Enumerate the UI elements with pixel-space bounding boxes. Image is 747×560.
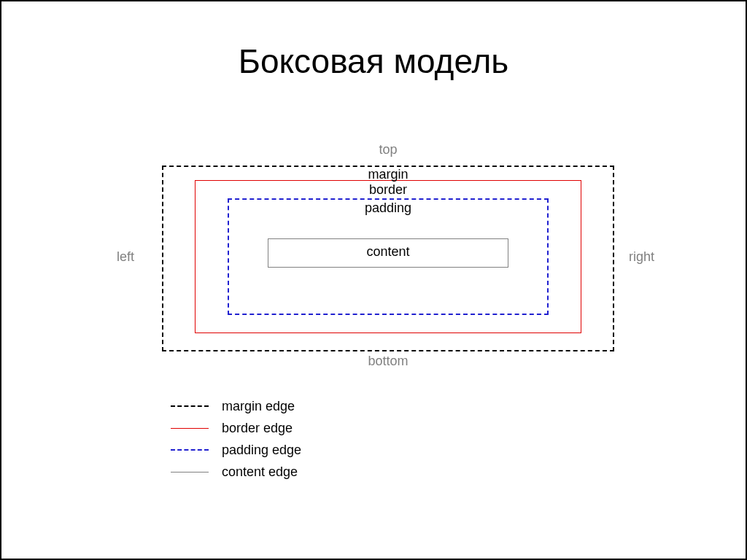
legend-swatch-margin (171, 405, 209, 407)
label-border: border (162, 182, 614, 198)
slide-title: Боксовая модель (1, 42, 746, 81)
legend-swatch-padding (171, 449, 209, 451)
legend-text-border: border edge (222, 421, 293, 436)
slide-frame: Боксовая модель top bottom left right ma… (0, 0, 747, 560)
side-label-left: left (117, 249, 134, 265)
legend-row-content: content edge (171, 461, 301, 483)
box-model-diagram: top bottom left right margin border padd… (162, 166, 614, 351)
label-margin: margin (162, 167, 614, 182)
side-label-bottom: bottom (162, 354, 614, 369)
legend-swatch-content (171, 472, 209, 472)
label-content: content (162, 244, 614, 260)
legend: margin edge border edge padding edge con… (171, 395, 301, 483)
side-label-right: right (629, 249, 654, 265)
legend-text-padding: padding edge (222, 443, 301, 458)
legend-text-content: content edge (222, 464, 298, 480)
side-label-top: top (162, 142, 614, 158)
legend-swatch-border (171, 428, 209, 429)
legend-row-margin: margin edge (171, 395, 301, 417)
label-padding: padding (162, 201, 614, 216)
legend-row-border: border edge (171, 417, 301, 439)
legend-row-padding: padding edge (171, 439, 301, 461)
legend-text-margin: margin edge (222, 399, 295, 414)
